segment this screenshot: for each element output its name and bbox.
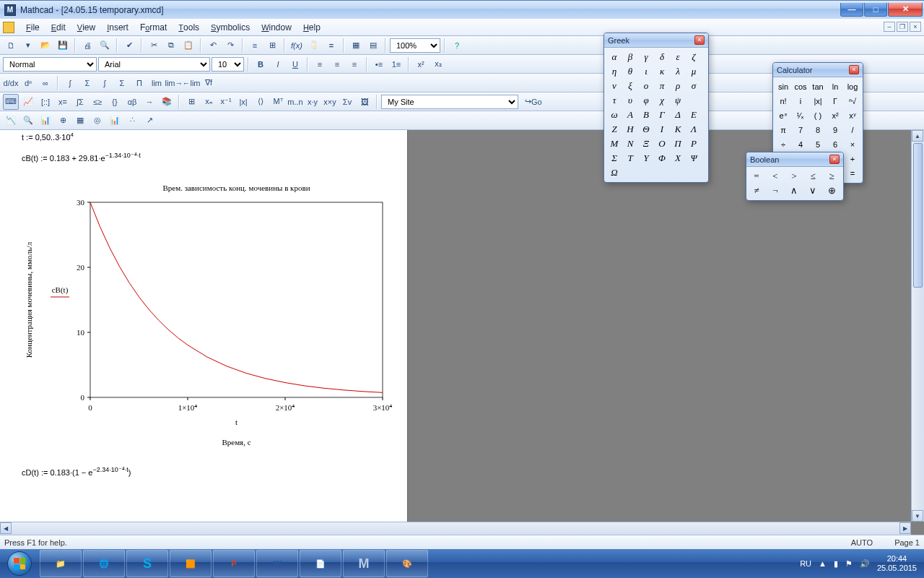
menu-help[interactable]: Help — [297, 20, 326, 35]
vector-icon[interactable]: ↗ — [141, 113, 157, 129]
bool-key[interactable]: ≤ — [806, 170, 820, 183]
help-icon[interactable]: ? — [449, 38, 465, 53]
greek-key[interactable]: λ — [671, 65, 685, 78]
range-icon[interactable]: m..n — [287, 94, 303, 110]
paste-icon[interactable]: 📋 — [180, 38, 196, 53]
align-center-icon[interactable]: ≡ — [329, 56, 345, 72]
scroll-right-icon[interactable]: ▶ — [899, 522, 911, 534]
greek-key[interactable]: ξ — [623, 79, 637, 92]
calc-key[interactable]: xʸ — [845, 109, 860, 122]
calculus-palette-icon[interactable]: ∫Σ — [72, 94, 88, 110]
calc-key[interactable]: / — [845, 124, 860, 137]
greek-key[interactable]: τ — [607, 94, 622, 107]
boolean-palette[interactable]: Boolean× =<>≤≥≠¬∧∨⊕ — [746, 152, 844, 201]
greek-key[interactable]: π — [655, 79, 669, 92]
scroll-left-icon[interactable]: ◀ — [0, 522, 12, 534]
calc-key[interactable]: eˣ — [776, 109, 790, 122]
calc-key[interactable]: |x| — [811, 95, 825, 108]
surface-icon[interactable]: ▦ — [72, 113, 88, 129]
menu-insert[interactable]: Insert — [101, 20, 134, 35]
tray-up-icon[interactable]: ▲ — [819, 559, 827, 568]
bool-key[interactable]: ¬ — [768, 184, 783, 197]
italic-button[interactable]: I — [270, 56, 286, 72]
calc-key[interactable]: 8 — [811, 124, 825, 137]
greek-key[interactable]: Ζ — [607, 123, 622, 136]
transpose-icon[interactable]: Mᵀ — [270, 94, 286, 110]
greek-key[interactable]: ρ — [671, 79, 685, 92]
greek-key[interactable]: Η — [623, 123, 637, 136]
open-icon[interactable]: 📂 — [38, 38, 53, 53]
greek-key[interactable]: α — [607, 51, 622, 64]
calc-key[interactable]: × — [845, 138, 860, 151]
greek-key[interactable]: κ — [655, 65, 669, 78]
style-select[interactable]: Normal — [3, 57, 97, 72]
greek-key[interactable]: Ε — [687, 108, 701, 121]
calc-key[interactable]: 7 — [793, 124, 808, 137]
align2-icon[interactable]: ⊞ — [264, 38, 280, 53]
sum-icon[interactable]: Σ — [114, 75, 130, 91]
tray-flag-icon[interactable]: ⚑ — [845, 559, 853, 569]
greek-key[interactable]: Λ — [687, 123, 701, 136]
greek-key[interactable]: Α — [623, 108, 637, 121]
maximize-button[interactable]: □ — [864, 3, 887, 17]
bold-button[interactable]: B — [253, 56, 269, 72]
bool-key[interactable]: = — [749, 170, 764, 183]
gradient-icon[interactable]: ∇f — [201, 75, 217, 91]
calc-key[interactable]: sin — [776, 80, 790, 93]
numbers-icon[interactable]: 1≡ — [388, 56, 404, 72]
inverse-icon[interactable]: x⁻¹ — [218, 94, 234, 110]
greek-key[interactable]: υ — [623, 94, 637, 107]
task-skype[interactable]: S — [126, 550, 168, 577]
calc-key[interactable]: ( ) — [811, 109, 825, 122]
calc-key[interactable]: Γ — [828, 95, 842, 108]
scrollbar-horizontal[interactable]: ◀ ▶ — [0, 522, 911, 535]
underline-button[interactable]: U — [287, 56, 303, 72]
bool-key[interactable]: < — [768, 170, 783, 183]
greek-key[interactable]: Κ — [671, 123, 685, 136]
abs-icon[interactable]: |x| — [235, 94, 251, 110]
limit-icon[interactable]: lim — [149, 75, 165, 91]
greek-key[interactable] — [655, 166, 669, 179]
greek-key[interactable] — [623, 166, 637, 179]
greek-key[interactable]: ψ — [671, 94, 685, 107]
bool-key[interactable]: ≥ — [824, 170, 839, 183]
calc-key[interactable]: n! — [776, 95, 790, 108]
matrix-palette-icon[interactable]: [::] — [38, 94, 53, 110]
bool-close-icon[interactable]: × — [829, 155, 840, 164]
greek-key[interactable]: Ω — [607, 166, 622, 179]
task-mathcad[interactable]: M — [343, 550, 385, 577]
bool-key[interactable]: ⊕ — [824, 184, 839, 197]
greek-key[interactable]: Γ — [655, 108, 669, 121]
polar-icon[interactable]: ⊕ — [55, 113, 71, 129]
calc-key[interactable]: ln — [828, 80, 842, 93]
tray-network-icon[interactable]: ▮ — [834, 559, 838, 569]
greek-key[interactable]: Υ — [639, 152, 653, 165]
go-button[interactable]: ↪ Go — [520, 94, 547, 110]
evaluation-palette-icon[interactable]: x= — [55, 94, 71, 110]
greek-key[interactable] — [687, 94, 701, 107]
greek-key[interactable]: Ξ — [639, 137, 653, 150]
bool-key[interactable]: ≠ — [749, 184, 764, 197]
limit-left-icon[interactable]: ←lim — [183, 75, 199, 91]
subscript2-icon[interactable]: xₙ — [201, 94, 217, 110]
symbolic-palette-icon[interactable]: → — [141, 94, 157, 110]
unit-icon[interactable]: 🥛 — [306, 38, 322, 53]
greek-key[interactable]: Χ — [671, 152, 685, 165]
size-select[interactable]: 10 — [212, 57, 244, 72]
picture-icon[interactable]: 🖼 — [357, 94, 372, 110]
copy-icon[interactable]: ⧉ — [163, 38, 179, 53]
dropdown-icon[interactable]: ▾ — [20, 38, 36, 53]
resources-icon[interactable]: 📚 — [159, 94, 175, 110]
calc-key[interactable]: log — [845, 80, 860, 93]
tray-clock[interactable]: 20:44 25.05.2015 — [877, 554, 917, 573]
greek-key[interactable]: ω — [607, 108, 622, 121]
new-icon[interactable]: 🗋 — [3, 38, 19, 53]
bool-key[interactable]: ∧ — [787, 184, 801, 197]
greek-key[interactable]: ο — [639, 79, 653, 92]
subscript-icon[interactable]: x₂ — [430, 56, 446, 72]
derivative-icon[interactable]: d/dx — [3, 75, 19, 91]
close-button[interactable]: ✕ — [888, 3, 923, 17]
matrix-icon[interactable]: ⊞ — [183, 94, 199, 110]
limit-right-icon[interactable]: lim→ — [166, 75, 182, 91]
greek-key[interactable]: Δ — [671, 108, 685, 121]
